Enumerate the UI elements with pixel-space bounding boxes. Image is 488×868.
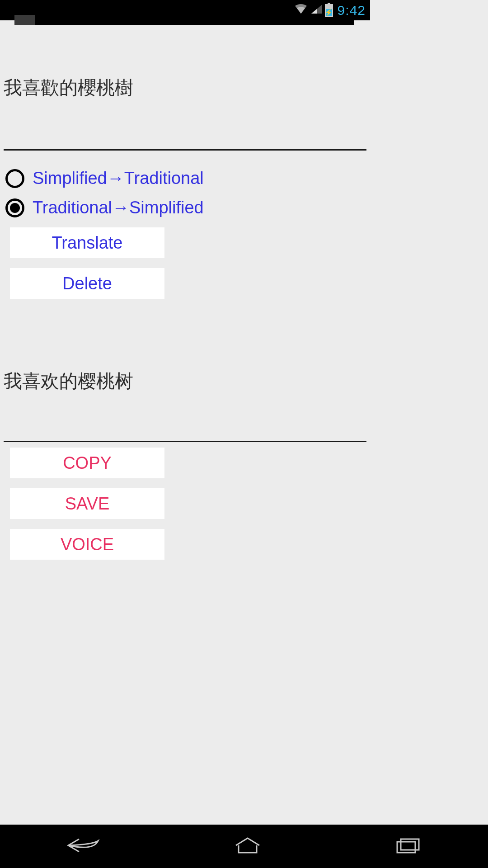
radio-icon: [5, 198, 24, 217]
delete-button[interactable]: Delete: [10, 268, 164, 299]
input-underline: [4, 149, 366, 151]
translate-button[interactable]: Translate: [10, 227, 164, 258]
output-underline: [4, 441, 366, 442]
radio-traditional-to-simplified[interactable]: Traditional→Simplified: [4, 198, 366, 217]
source-text-input[interactable]: 我喜歡的櫻桃樹: [4, 77, 366, 145]
radio-simplified-to-traditional[interactable]: Simplified→Traditional: [4, 169, 366, 188]
status-clock: 9:42: [338, 3, 366, 18]
radio-label: Simplified→Traditional: [33, 169, 204, 188]
action-bar-edge: [16, 20, 354, 25]
wifi-icon: [294, 4, 308, 17]
voice-button[interactable]: VOICE: [10, 529, 164, 560]
status-icons: ⚡: [294, 4, 333, 17]
direction-radio-group: Simplified→Traditional Traditional→Simpl…: [4, 169, 366, 217]
translated-text-output[interactable]: 我喜欢的樱桃树: [4, 369, 366, 437]
save-button[interactable]: SAVE: [10, 488, 164, 519]
radio-label: Traditional→Simplified: [33, 198, 204, 217]
android-status-bar: ⚡ 9:42: [0, 0, 370, 20]
copy-button[interactable]: COPY: [10, 448, 164, 478]
charging-bolt-icon: ⚡: [325, 9, 333, 15]
radio-icon: [5, 169, 24, 188]
cell-signal-icon: [310, 4, 322, 17]
battery-icon: ⚡: [325, 4, 333, 17]
